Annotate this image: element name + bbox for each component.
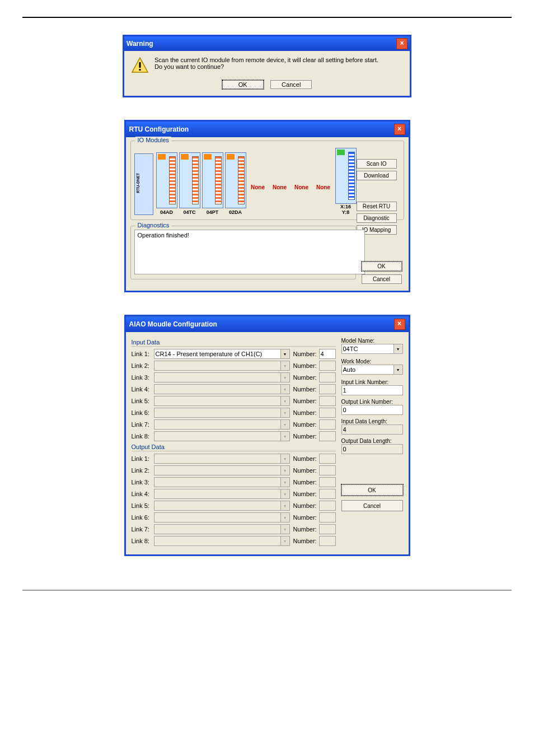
chevron-down-icon: ▾ bbox=[281, 408, 290, 418]
download-button[interactable]: Download bbox=[357, 171, 397, 180]
output-data-header: Output Data bbox=[132, 444, 336, 451]
chevron-down-icon: ▾ bbox=[281, 419, 290, 430]
number-label: Number: bbox=[293, 467, 319, 474]
link-label: Link 7: bbox=[132, 421, 154, 428]
warning-cancel-button[interactable]: Cancel bbox=[270, 80, 312, 89]
output-link-number-field[interactable] bbox=[341, 405, 403, 415]
link-select bbox=[154, 465, 281, 475]
chevron-down-icon[interactable]: ▾ bbox=[394, 365, 403, 375]
number-label: Number: bbox=[293, 479, 319, 486]
chevron-down-icon[interactable]: ▾ bbox=[281, 349, 290, 359]
number-label: Number: bbox=[293, 386, 319, 393]
number-field[interactable] bbox=[319, 349, 336, 359]
link-select bbox=[154, 419, 281, 430]
input-link-number-field[interactable] bbox=[341, 385, 403, 395]
number-field bbox=[319, 489, 336, 499]
module-slot-none[interactable]: None bbox=[313, 159, 334, 215]
number-label: Number: bbox=[293, 409, 319, 416]
work-mode-label: Work Mode: bbox=[341, 358, 403, 365]
number-field bbox=[319, 372, 336, 382]
output-link-row: Link 8:▾Number: bbox=[132, 536, 336, 546]
work-mode-select[interactable] bbox=[341, 365, 394, 375]
model-name-select[interactable] bbox=[341, 344, 394, 354]
input-link-row: Link 2:▾Number: bbox=[132, 361, 336, 371]
number-field bbox=[319, 408, 336, 418]
number-label: Number: bbox=[293, 433, 319, 440]
number-field bbox=[319, 477, 336, 487]
module-02da[interactable] bbox=[225, 152, 246, 208]
number-field bbox=[319, 465, 336, 475]
link-select bbox=[154, 477, 281, 487]
reset-rtu-button[interactable]: Reset RTU bbox=[357, 202, 397, 211]
warning-ok-button[interactable]: OK bbox=[222, 80, 264, 89]
output-link-row: Link 3:▾Number: bbox=[132, 477, 336, 487]
chevron-down-icon[interactable]: ▾ bbox=[394, 344, 403, 354]
link-label: Link 8: bbox=[132, 538, 154, 544]
chevron-down-icon: ▾ bbox=[281, 396, 290, 406]
link-label: Link 3: bbox=[132, 374, 154, 381]
link-select[interactable] bbox=[154, 349, 281, 359]
link-select bbox=[154, 361, 281, 371]
diagnostics-group: Diagnostics Operation finished! bbox=[130, 226, 356, 279]
close-icon[interactable]: × bbox=[394, 319, 405, 330]
link-label: Link 2: bbox=[132, 467, 154, 474]
module-slot-none[interactable]: None bbox=[292, 159, 312, 215]
number-field bbox=[319, 384, 336, 394]
chevron-down-icon: ▾ bbox=[281, 431, 290, 441]
link-select bbox=[154, 536, 281, 546]
number-field bbox=[319, 524, 336, 534]
scan-io-button[interactable]: Scan IO bbox=[357, 159, 397, 169]
number-label: Number: bbox=[293, 502, 319, 509]
link-select bbox=[154, 372, 281, 382]
link-label: Link 1: bbox=[132, 351, 154, 357]
number-label: Number: bbox=[293, 455, 319, 462]
aiao-titlebar: AIAO Moudle Configuration × bbox=[126, 316, 409, 332]
number-label: Number: bbox=[293, 538, 319, 544]
number-label: Number: bbox=[293, 362, 319, 369]
link-label: Link 8: bbox=[132, 433, 154, 440]
link-select bbox=[154, 501, 281, 511]
close-icon[interactable]: × bbox=[394, 124, 405, 135]
diagnostics-textarea[interactable]: Operation finished! bbox=[134, 230, 365, 274]
input-link-row: Link 6:▾Number: bbox=[132, 408, 336, 418]
chevron-down-icon: ▾ bbox=[281, 501, 290, 511]
module-04tc[interactable] bbox=[179, 152, 200, 208]
rtu-ok-button[interactable]: OK bbox=[362, 262, 402, 271]
link-label: Link 7: bbox=[132, 526, 154, 533]
number-field bbox=[319, 361, 336, 371]
chevron-down-icon: ▾ bbox=[281, 454, 290, 464]
warning-dialog: Warning × Scan the current IO module fro… bbox=[123, 35, 411, 97]
number-field bbox=[319, 396, 336, 406]
link-select bbox=[154, 384, 281, 394]
number-label: Number: bbox=[293, 374, 319, 381]
chevron-down-icon: ▾ bbox=[281, 489, 290, 499]
link-select bbox=[154, 454, 281, 464]
chevron-down-icon: ▾ bbox=[281, 477, 290, 487]
module-04pt[interactable] bbox=[202, 152, 223, 208]
io-modules-row: RTU-DNET 04AD 04TC 04PT 02DA None None N… bbox=[134, 148, 357, 215]
number-label: Number: bbox=[293, 398, 319, 404]
aiao-dialog: AIAO Moudle Configuration × Input Data L… bbox=[124, 315, 410, 556]
module-slot-none[interactable]: None bbox=[270, 159, 290, 215]
rtu-cancel-button[interactable]: Cancel bbox=[362, 274, 402, 284]
aiao-ok-button[interactable]: OK bbox=[341, 484, 403, 496]
close-icon[interactable]: × bbox=[396, 38, 407, 49]
input-data-length-label: Input Data Length: bbox=[341, 418, 403, 424]
link-select bbox=[154, 396, 281, 406]
rtu-module-icon[interactable]: RTU-DNET bbox=[134, 153, 153, 215]
link-select bbox=[154, 512, 281, 522]
chevron-down-icon: ▾ bbox=[281, 465, 290, 475]
link-select bbox=[154, 431, 281, 441]
chevron-down-icon: ▾ bbox=[281, 384, 290, 394]
module-04ad[interactable] bbox=[156, 152, 177, 208]
diagnostic-button[interactable]: Diagnostic bbox=[357, 213, 397, 223]
io-modules-label: IO Modules bbox=[135, 137, 171, 143]
model-name-label: Model Name: bbox=[341, 338, 403, 344]
module-slot-none[interactable]: None bbox=[248, 159, 268, 215]
input-data-length-field bbox=[341, 424, 403, 435]
aiao-cancel-button[interactable]: Cancel bbox=[341, 500, 403, 511]
warning-title-text: Warning bbox=[127, 40, 396, 48]
output-link-row: Link 7:▾Number: bbox=[132, 524, 336, 534]
module-x16y8[interactable] bbox=[335, 148, 357, 204]
rtu-title-text: RTU Configuration bbox=[129, 125, 394, 133]
